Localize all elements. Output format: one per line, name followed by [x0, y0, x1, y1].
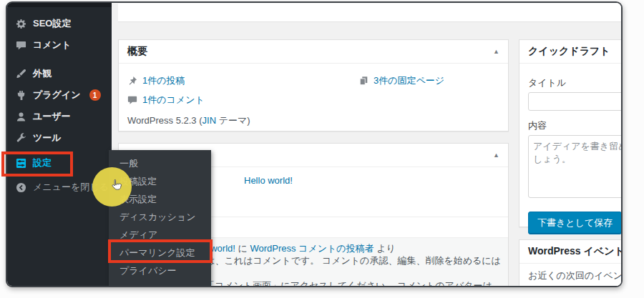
posts-count-link[interactable]: 1件の投稿: [142, 74, 185, 87]
sidebar-item-label: コメント: [33, 39, 71, 51]
comment-meta-text: より: [374, 243, 396, 254]
sidebar-item-comments[interactable]: コメント: [7, 34, 112, 56]
sidebar-item-label: ユーザー: [33, 110, 71, 123]
comment-meta-text: に: [235, 243, 250, 254]
sidebar-item-seo-settings[interactable]: SEO設定: [7, 13, 112, 34]
sidebar-item-label: SEO設定: [33, 17, 71, 30]
wordpress-version-text: WordPress 5.2.3 (JIN テーマ): [127, 114, 499, 127]
submenu-item-privacy[interactable]: プライバシー: [109, 262, 211, 279]
pages-count-link[interactable]: 3件の固定ページ: [374, 74, 444, 87]
theme-link[interactable]: JIN: [203, 115, 217, 126]
sidebar-item-tools[interactable]: ツール: [7, 127, 112, 149]
sidebar-item-label: プラグイン: [33, 89, 81, 101]
save-draft-button[interactable]: 下書きとして保存: [528, 212, 622, 234]
draft-title-input[interactable]: [528, 92, 623, 111]
at-a-glance-panel: 概要 ▲ 1件の投稿: [118, 39, 509, 131]
comments-count-link[interactable]: 1件のコメント: [142, 94, 205, 106]
update-count-badge: 1: [89, 89, 101, 101]
gear-icon: [16, 19, 26, 29]
comment-body-text: こんにちは、これはコメントです。 コメントの承認、編集、削除を始めるにはダッシュ…: [167, 254, 508, 287]
annotation-box-settings: [1, 152, 73, 177]
collapse-toggle-icon[interactable]: ▲: [493, 48, 499, 55]
sidebar-item-appearance[interactable]: 外観: [7, 63, 112, 84]
sidebar-item-plugins[interactable]: プラグイン 1: [7, 84, 112, 106]
menu-separator: [7, 56, 112, 63]
users-icon: [16, 111, 26, 122]
settings-flyout-menu: 一般 投稿設定 表示設定 ディスカッション メディア パーマリンク設定 プライバ…: [109, 150, 211, 287]
video-frame: SEO設定 コメント 外観: [6, 1, 623, 287]
pushpin-icon: [127, 76, 137, 86]
comment-icon: [127, 95, 137, 105]
plugin-icon: [16, 90, 26, 101]
recent-post-link[interactable]: Hello world!: [244, 175, 293, 186]
comment-author-link[interactable]: WordPress コメントの投稿者: [250, 243, 374, 254]
annotation-box-permalink: [108, 239, 213, 263]
hand-cursor-icon: [108, 177, 125, 194]
panel-title: 概要: [127, 45, 147, 58]
wordpress-admin-screenshot: SEO設定 コメント 外観: [0, 0, 644, 298]
draft-content-label: 内容: [528, 119, 623, 132]
comment-icon: [16, 40, 26, 51]
admin-sidebar: SEO設定 コメント 外観: [7, 3, 112, 286]
quick-draft-panel: クイックドラフト タイトル 内容 下書きとして保存: [519, 39, 623, 227]
version-suffix: テーマ): [216, 115, 250, 126]
draft-title-label: タイトル: [528, 76, 623, 89]
tools-icon: [16, 133, 26, 144]
collapse-icon: [16, 182, 26, 193]
cursor-highlight-circle: [92, 167, 132, 207]
pages-icon: [358, 76, 369, 86]
sidebar-item-label: ツール: [33, 131, 62, 144]
events-intro-text: お近くの次回のイベントにご参加ください。: [528, 270, 623, 281]
panel-title: クイックドラフト: [528, 45, 610, 58]
welcome-panel-bottom: [118, 4, 621, 22]
collapse-toggle-icon[interactable]: ▲: [493, 152, 499, 159]
submenu-item-discussion[interactable]: ディスカッション: [109, 208, 211, 226]
appearance-icon: [16, 69, 26, 79]
comment-meta-line: Hello world! に WordPress コメントの投稿者 より: [187, 242, 396, 255]
submenu-item-general[interactable]: 一般: [109, 154, 211, 172]
sidebar-item-users[interactable]: ユーザー: [7, 106, 112, 127]
panel-title: WordPress イベントとニュース: [528, 245, 623, 258]
sidebar-top-divider: [7, 3, 112, 7]
draft-content-textarea[interactable]: [528, 135, 623, 198]
version-prefix: WordPress 5.2.3 (: [127, 115, 203, 126]
sidebar-item-label: 外観: [33, 67, 52, 80]
events-news-panel: WordPress イベントとニュース お近くの次回のイベントにご参加ください。…: [519, 239, 623, 287]
